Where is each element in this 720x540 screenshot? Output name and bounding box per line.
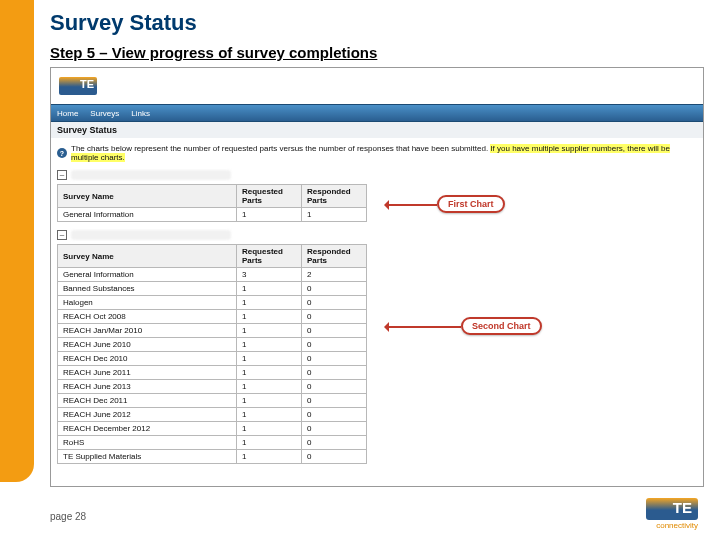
cell-req: 3 <box>237 268 302 282</box>
nav-surveys[interactable]: Surveys <box>90 109 119 118</box>
table-row: REACH June 201310 <box>58 380 367 394</box>
cell-req: 1 <box>237 310 302 324</box>
table-row: TE Supplied Materials10 <box>58 450 367 464</box>
col-resp: Responded Parts <box>302 245 367 268</box>
cell-resp: 2 <box>302 268 367 282</box>
cell-resp: 0 <box>302 394 367 408</box>
app-header <box>51 68 703 104</box>
cell-name: General Information <box>58 208 237 222</box>
cell-req: 1 <box>237 394 302 408</box>
col-survey-name: Survey Name <box>58 185 237 208</box>
table-row: REACH Oct 200810 <box>58 310 367 324</box>
table-row: REACH June 201210 <box>58 408 367 422</box>
cell-name: Banned Substances <box>58 282 237 296</box>
cell-name: RoHS <box>58 436 237 450</box>
cell-resp: 0 <box>302 422 367 436</box>
cell-resp: 0 <box>302 380 367 394</box>
cell-name: TE Supplied Materials <box>58 450 237 464</box>
table-row: REACH June 201010 <box>58 338 367 352</box>
cell-name: REACH Dec 2010 <box>58 352 237 366</box>
table-row: REACH Jan/Mar 201010 <box>58 324 367 338</box>
info-line: ? The charts below represent the number … <box>51 138 703 168</box>
table-row: Banned Substances10 <box>58 282 367 296</box>
cell-req: 1 <box>237 380 302 394</box>
cell-resp: 0 <box>302 324 367 338</box>
slide-subtitle: Step 5 – View progress of survey complet… <box>50 44 706 61</box>
collapse-icon[interactable]: – <box>57 170 67 180</box>
supplier-name-blurred <box>71 230 231 240</box>
cell-resp: 0 <box>302 338 367 352</box>
col-survey-name: Survey Name <box>58 245 237 268</box>
cell-name: REACH June 2011 <box>58 366 237 380</box>
cell-resp: 0 <box>302 296 367 310</box>
app-topnav: Home Surveys Links <box>51 104 703 122</box>
cell-req: 1 <box>237 338 302 352</box>
cell-name: Halogen <box>58 296 237 310</box>
section-title: Survey Status <box>51 122 703 138</box>
page-number: page 28 <box>50 511 86 522</box>
col-req: Requested Parts <box>237 245 302 268</box>
cell-resp: 0 <box>302 450 367 464</box>
nav-home[interactable]: Home <box>57 109 78 118</box>
cell-name: REACH Jan/Mar 2010 <box>58 324 237 338</box>
cell-resp: 0 <box>302 408 367 422</box>
cell-resp: 0 <box>302 436 367 450</box>
cell-resp: 0 <box>302 366 367 380</box>
cell-req: 1 <box>237 366 302 380</box>
callout-first-chart: First Chart <box>437 195 505 213</box>
cell-name: REACH Dec 2011 <box>58 394 237 408</box>
info-text-plain: The charts below represent the number of… <box>71 144 488 153</box>
cell-req: 1 <box>237 352 302 366</box>
footer-brand-tag: connectivity <box>656 521 698 530</box>
app-screenshot: Home Surveys Links Survey Status ? The c… <box>50 67 704 487</box>
chart2-table: Survey Name Requested Parts Responded Pa… <box>57 244 367 464</box>
slide-accent-bar <box>0 0 34 482</box>
cell-resp: 0 <box>302 352 367 366</box>
slide-content: Survey Status Step 5 – View progress of … <box>50 10 706 487</box>
nav-links[interactable]: Links <box>131 109 150 118</box>
cell-name: REACH Oct 2008 <box>58 310 237 324</box>
cell-resp: 0 <box>302 310 367 324</box>
chart1-table: Survey Name Requested Parts Responded Pa… <box>57 184 367 222</box>
cell-req: 1 <box>237 408 302 422</box>
cell-name: REACH June 2013 <box>58 380 237 394</box>
table-row: REACH Dec 201110 <box>58 394 367 408</box>
cell-req: 1 <box>237 450 302 464</box>
arrow-second-chart <box>385 326 461 328</box>
cell-name: REACH June 2010 <box>58 338 237 352</box>
cell-req: 1 <box>237 422 302 436</box>
info-text: The charts below represent the number of… <box>71 144 697 162</box>
te-logo-icon <box>59 77 97 95</box>
table-row: REACH December 201210 <box>58 422 367 436</box>
cell-name: REACH June 2012 <box>58 408 237 422</box>
cell-resp: 0 <box>302 282 367 296</box>
slide-title: Survey Status <box>50 10 706 36</box>
col-resp: Responded Parts <box>302 185 367 208</box>
table-row: REACH June 201110 <box>58 366 367 380</box>
collapse-icon[interactable]: – <box>57 230 67 240</box>
info-icon: ? <box>57 148 67 158</box>
supplier-row-1: – <box>51 168 703 182</box>
supplier-name-blurred <box>71 170 231 180</box>
cell-req: 1 <box>237 296 302 310</box>
te-logo-icon <box>646 498 698 520</box>
cell-name: REACH December 2012 <box>58 422 237 436</box>
cell-req: 1 <box>237 208 302 222</box>
table-row: RoHS10 <box>58 436 367 450</box>
callout-second-chart: Second Chart <box>461 317 542 335</box>
table-row: General Information 1 1 <box>58 208 367 222</box>
table-row: REACH Dec 201010 <box>58 352 367 366</box>
cell-req: 1 <box>237 324 302 338</box>
cell-req: 1 <box>237 282 302 296</box>
table-row: Halogen10 <box>58 296 367 310</box>
footer-logo: connectivity <box>646 498 698 530</box>
table-row: General Information32 <box>58 268 367 282</box>
col-req: Requested Parts <box>237 185 302 208</box>
table-header-row: Survey Name Requested Parts Responded Pa… <box>58 245 367 268</box>
cell-req: 1 <box>237 436 302 450</box>
cell-resp: 1 <box>302 208 367 222</box>
table-header-row: Survey Name Requested Parts Responded Pa… <box>58 185 367 208</box>
cell-name: General Information <box>58 268 237 282</box>
supplier-row-2: – <box>51 228 703 242</box>
arrow-first-chart <box>385 204 437 206</box>
